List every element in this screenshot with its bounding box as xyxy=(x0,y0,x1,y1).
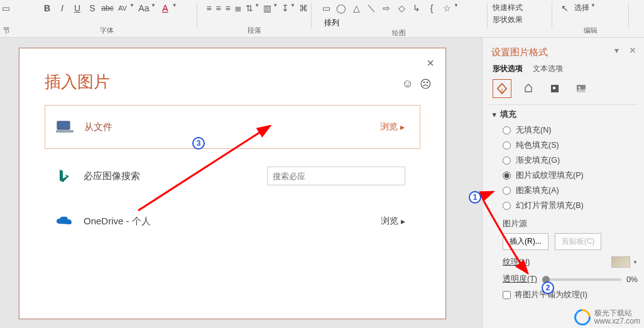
bing-search-input[interactable] xyxy=(267,167,405,185)
dialog-close-button[interactable]: × xyxy=(427,56,434,70)
strikethrough-button[interactable]: abc xyxy=(102,3,113,14)
fill-picture-radio[interactable]: 图片或纹理填充(P) xyxy=(503,170,638,181)
fill-gradient-radio[interactable]: 渐变填充(G) xyxy=(503,155,638,166)
onedrive-label: OneDrive - 个人 xyxy=(84,216,381,227)
bing-image-search-row[interactable]: 必应图像搜索 xyxy=(45,154,420,198)
ribbon-group-editing: ↖ 选择▼ 编辑 xyxy=(553,0,628,37)
quick-styles-button[interactable]: 快速样式 xyxy=(493,3,523,13)
italic-button[interactable]: I xyxy=(57,3,68,14)
texture-swatch[interactable] xyxy=(611,256,630,268)
texture-label: 纹理(U) xyxy=(503,257,530,268)
feedback-smile-icon[interactable]: ☺ xyxy=(402,77,413,91)
feedback-frown-icon[interactable]: ☹ xyxy=(420,77,432,91)
size-props-category-icon[interactable] xyxy=(545,79,564,98)
bing-icon xyxy=(55,168,74,183)
svg-rect-1 xyxy=(56,130,74,133)
shape-triangle-icon[interactable]: △ xyxy=(351,3,362,14)
columns-icon[interactable]: ▥ xyxy=(263,3,271,14)
fill-line-category-icon[interactable] xyxy=(493,79,511,98)
transparency-value: 0% xyxy=(626,275,638,284)
align-right-icon[interactable]: ≡ xyxy=(225,3,231,14)
align-justify-icon[interactable]: ≣ xyxy=(234,3,242,14)
ribbon-group-paragraph-label: 段落 xyxy=(201,26,308,37)
underline-button[interactable]: U xyxy=(72,3,83,14)
shape-oval-icon[interactable]: ◯ xyxy=(336,3,347,14)
shape-arrow-icon[interactable]: ⇨ xyxy=(381,3,392,14)
tab-text-options[interactable]: 文本选项 xyxy=(533,63,563,74)
shape-rect-icon[interactable]: ▭ xyxy=(320,3,332,14)
line-spacing-icon[interactable]: ⇅ xyxy=(246,3,253,14)
format-picture-pane: ▾ ✕ 设置图片格式 形状选项 文本选项 填充 无填充(N) 纯色填充(S) 渐… xyxy=(482,38,644,328)
onedrive-row[interactable]: OneDrive - 个人 浏览▸ xyxy=(45,199,420,243)
insert-picture-button[interactable]: 插入(R)... xyxy=(503,233,548,250)
align-left-icon[interactable]: ≡ xyxy=(206,3,212,14)
insert-from-file-label: 从文件 xyxy=(84,121,380,133)
fill-section-header[interactable]: 填充 xyxy=(493,109,638,120)
insert-picture-dialog: × 插入图片 ☺ ☹ 从文件 浏览▸ 必应图像搜索 OneDrive - 个人 … xyxy=(19,48,446,319)
ribbon: ▭ 节 B I U S abc AV▼ Aa▼ A▼ 字体 ≡ ≡ ≡ ≣ ⇅▼… xyxy=(0,0,644,38)
transparency-label: 透明度(T) xyxy=(503,274,537,285)
transparency-slider[interactable] xyxy=(542,278,621,281)
texture-dropdown-icon[interactable]: ▼ xyxy=(633,260,638,265)
shape-line-icon[interactable]: ＼ xyxy=(366,3,377,14)
text-shadow-button[interactable]: S xyxy=(87,3,98,14)
shape-connector-icon[interactable]: ↳ xyxy=(411,3,422,14)
change-case-button[interactable]: Aa xyxy=(138,3,150,14)
text-direction-icon[interactable]: ↧ xyxy=(281,3,289,14)
ribbon-group-drawing: ▭ ◯ △ ＼ ⇨ ◇ ↳ { ☆ ▼ 排列 绘图 xyxy=(314,0,484,37)
ribbon-group-paragraph: ≡ ≡ ≡ ≣ ⇅▼ ▥▼ ↧▼ ⌘ 段落 xyxy=(201,0,308,37)
smartart-icon[interactable]: ⌘ xyxy=(299,3,308,14)
tile-as-texture-label: 将图片平铺为纹理(I) xyxy=(515,290,587,300)
picture-category-icon[interactable] xyxy=(572,79,591,98)
ribbon-group-editing-label: 编辑 xyxy=(553,26,628,37)
shapes-more-icon[interactable]: ☆ xyxy=(441,3,452,14)
fill-radio-group: 无填充(N) 纯色填充(S) 渐变填充(G) 图片或纹理填充(P) 图案填充(A… xyxy=(503,125,638,211)
font-color-button[interactable]: A xyxy=(160,3,171,14)
arrange-button[interactable]: 排列 xyxy=(324,18,339,28)
shape-brace-icon[interactable]: { xyxy=(426,3,437,14)
dialog-title: 插入图片 xyxy=(45,71,110,93)
svg-rect-3 xyxy=(553,87,555,89)
shape-effects-button[interactable]: 形状效果 xyxy=(493,14,523,25)
ribbon-group-font: B I U S abc AV▼ Aa▼ A▼ 字体 xyxy=(19,0,195,37)
pane-dropdown-icon[interactable]: ▾ xyxy=(614,45,619,55)
select-button[interactable]: 选择 xyxy=(574,3,589,13)
ribbon-group-font-label: 字体 xyxy=(19,26,195,37)
tab-shape-options[interactable]: 形状选项 xyxy=(493,63,523,74)
pane-close-icon[interactable]: ✕ xyxy=(629,45,636,55)
char-spacing-button[interactable]: AV xyxy=(117,3,128,14)
shape-star-icon[interactable]: ◇ xyxy=(396,3,407,14)
computer-icon xyxy=(55,119,74,134)
bold-button[interactable]: B xyxy=(41,3,53,14)
insert-from-file-row[interactable]: 从文件 浏览▸ xyxy=(45,105,420,149)
picture-source-label: 图片源 xyxy=(503,219,638,229)
fill-none-radio[interactable]: 无填充(N) xyxy=(503,125,638,136)
bing-search-label: 必应图像搜索 xyxy=(84,170,267,182)
ribbon-group-drawing-label: 绘图 xyxy=(314,28,484,38)
effects-category-icon[interactable] xyxy=(519,79,538,98)
select-arrow-icon[interactable]: ↖ xyxy=(559,3,570,14)
align-center-icon[interactable]: ≡ xyxy=(216,3,221,14)
browse-file-button[interactable]: 浏览▸ xyxy=(380,121,405,133)
sections-icon[interactable]: ▭ xyxy=(0,3,11,14)
pane-title: 设置图片格式 xyxy=(491,46,635,58)
ribbon-group-outline: ▭ 节 xyxy=(0,0,13,37)
ribbon-group-outline-label: 节 xyxy=(0,26,13,37)
fill-slidebg-radio[interactable]: 幻灯片背景填充(B) xyxy=(503,200,638,211)
fill-solid-radio[interactable]: 纯色填充(S) xyxy=(503,140,638,151)
fill-pattern-radio[interactable]: 图案填充(A) xyxy=(503,185,638,196)
browse-onedrive-button[interactable]: 浏览▸ xyxy=(381,216,405,227)
ribbon-group-quickstyle: 快速样式 形状效果 xyxy=(489,0,549,37)
clipboard-picture-button: 剪贴板(C) xyxy=(555,233,602,250)
tile-as-texture-checkbox[interactable] xyxy=(503,291,511,299)
svg-rect-0 xyxy=(57,121,70,129)
onedrive-icon xyxy=(55,214,74,229)
